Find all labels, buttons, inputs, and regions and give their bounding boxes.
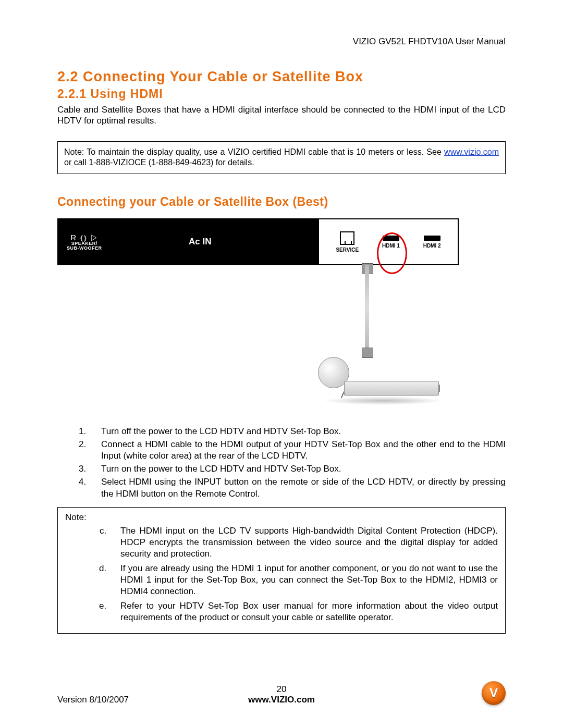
cable-illustration — [57, 265, 459, 411]
hdmi-cable-icon — [365, 265, 369, 349]
step-1: Turn off the power to the LCD HDTV and H… — [89, 426, 506, 437]
tv-back-panel: R ⦅⦆ ▷ SPEAKER/ SUB-WOOFER Ac IN SERVICE… — [57, 218, 459, 265]
step-3: Turn on the power to the LCD HDTV and HD… — [89, 463, 506, 475]
hdmi2-port: HDMI 2 — [423, 236, 441, 249]
hdmi2-label: HDMI 2 — [423, 243, 441, 249]
service-label: SERVICE — [336, 247, 359, 253]
doc-title: VIZIO GV52L FHDTV10A User Manual — [57, 36, 506, 47]
rj45-icon — [340, 231, 354, 245]
hdmi1-port: HDMI 1 — [382, 236, 400, 249]
stb-box-icon — [344, 381, 439, 396]
hdmi-slot-icon — [424, 236, 440, 241]
ac-in-label: Ac IN — [189, 237, 211, 247]
note2-item-c: The HDMI input on the LCD TV supports Hi… — [109, 525, 498, 560]
vizio-link[interactable]: www.vizio.com — [444, 147, 499, 156]
heading-2-2-1: 2.2.1 Using HDMI — [57, 87, 506, 101]
intro-paragraph: Cable and Satellite Boxes that have a HD… — [57, 104, 506, 127]
footer-url: www.VIZIO.com — [57, 695, 506, 705]
panel-black-section: R ⦅⦆ ▷ SPEAKER/ SUB-WOOFER Ac IN — [58, 219, 319, 264]
note2-item-e: Refer to your HDTV Set-Top Box user manu… — [109, 600, 498, 623]
note2-item-d: If you are already using the HDMI 1 inpu… — [109, 563, 498, 597]
connection-diagram: R ⦅⦆ ▷ SPEAKER/ SUB-WOOFER Ac IN SERVICE… — [57, 218, 459, 411]
speaker-icon: R ⦅⦆ ▷ — [67, 233, 102, 241]
speaker-label-2: SUB-WOOFER — [67, 246, 102, 251]
note1-post: or call 1-888-VIZIOCE (1-888-849-4623) f… — [64, 158, 254, 167]
note1-pre: Note: To maintain the display quality, u… — [64, 147, 444, 156]
steps-list: Turn off the power to the LCD HDTV and H… — [57, 426, 506, 500]
heading-connecting-best: Connecting your Cable or Satellite Box (… — [57, 195, 506, 209]
speaker-port: R ⦅⦆ ▷ SPEAKER/ SUB-WOOFER — [67, 233, 102, 251]
page-footer: Version 8/10/2007 20 www.VIZIO.com V — [57, 681, 506, 705]
note-box-hdmi-cable: Note: To maintain the display quality, u… — [57, 141, 506, 175]
hdmi-plug-icon — [362, 348, 373, 358]
step-4: Select HDMI using the INPUT button on th… — [89, 476, 506, 499]
page-number: 20 — [57, 684, 506, 695]
note-box-details: Note: The HDMI input on the LCD TV suppo… — [57, 507, 506, 634]
panel-white-section: SERVICE HDMI 1 HDMI 2 — [319, 219, 458, 264]
step-2: Connect a HDMI cable to the HDMI output … — [89, 439, 506, 462]
service-port: SERVICE — [336, 231, 359, 253]
heading-2-2: 2.2 Connecting Your Cable or Satellite B… — [57, 69, 506, 85]
note2-title: Note: — [65, 512, 498, 523]
shadow-icon — [323, 397, 443, 405]
